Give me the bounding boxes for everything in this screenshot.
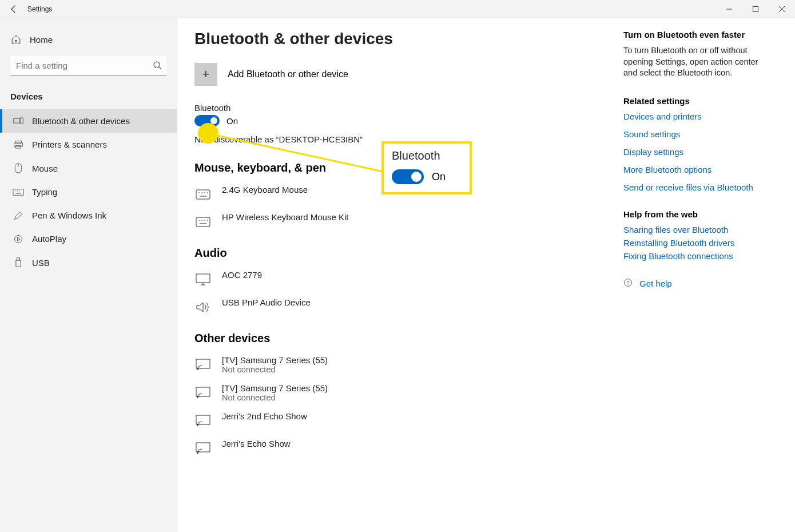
help-link[interactable]: Reinstalling Bluetooth drivers	[623, 238, 772, 248]
add-device-button[interactable]: + Add Bluetooth or other device	[194, 63, 601, 86]
device-name: 2.4G Keyboard Mouse	[222, 185, 308, 194]
annotation-callout: Bluetooth On	[381, 141, 472, 194]
help-link[interactable]: Sharing files over Bluetooth	[623, 225, 772, 235]
related-link[interactable]: Display settings	[623, 147, 772, 157]
sidebar-item-pen[interactable]: Pen & Windows Ink	[0, 204, 177, 227]
svg-rect-19	[17, 258, 20, 260]
device-name: Jerri's Echo Show	[222, 439, 291, 448]
svg-rect-10	[16, 145, 21, 148]
svg-rect-8	[15, 141, 22, 143]
svg-point-37	[197, 369, 198, 370]
help-link[interactable]: Fixing Bluetooth connections	[623, 251, 772, 261]
svg-line-5	[159, 67, 161, 69]
svg-point-18	[15, 235, 22, 243]
svg-rect-27	[196, 217, 210, 227]
sidebar-home-label: Home	[30, 35, 53, 45]
pen-icon	[13, 211, 24, 220]
search-icon	[153, 61, 162, 72]
device-row[interactable]: [TV] Samsung 7 Series (55) Not connected	[194, 379, 601, 407]
sidebar-item-label: Mouse	[32, 164, 58, 173]
cast-icon	[194, 412, 212, 430]
related-link[interactable]: More Bluetooth options	[623, 165, 772, 174]
sidebar-item-label: Typing	[32, 187, 57, 197]
device-row[interactable]: Jerri's Echo Show	[194, 434, 601, 462]
svg-point-4	[154, 62, 160, 68]
sidebar-item-mouse[interactable]: Mouse	[0, 156, 177, 180]
keyboard-icon	[194, 213, 212, 231]
sidebar-item-printers[interactable]: Printers & scanners	[0, 133, 177, 156]
svg-rect-7	[21, 118, 23, 124]
device-row[interactable]: [TV] Samsung 7 Series (55) Not connected	[194, 351, 601, 379]
keyboard-icon	[194, 186, 212, 203]
svg-rect-9	[14, 143, 23, 146]
device-name: [TV] Samsung 7 Series (55)	[222, 383, 328, 393]
monitor-icon	[194, 271, 212, 288]
bluetooth-state: On	[226, 116, 238, 126]
device-row[interactable]: USB PnP Audio Device	[194, 293, 601, 320]
plus-icon: +	[194, 63, 217, 86]
help-icon: ?	[623, 278, 633, 289]
back-button[interactable]	[0, 0, 27, 18]
minimize-button[interactable]	[716, 0, 742, 18]
svg-rect-20	[16, 260, 21, 267]
get-help-link[interactable]: ? Get help	[623, 278, 772, 289]
device-row[interactable]: AOC 2779	[194, 265, 601, 293]
mouse-icon	[13, 163, 24, 173]
main-area: Bluetooth & other devices + Add Bluetoot…	[177, 18, 795, 532]
faster-text: To turn Bluetooth on or off without open…	[623, 45, 772, 79]
svg-rect-6	[14, 118, 20, 123]
device-name: USB PnP Audio Device	[222, 297, 311, 307]
device-name: HP Wireless Keyboard Mouse Kit	[222, 212, 348, 222]
related-link[interactable]: Send or receive files via Bluetooth	[623, 182, 772, 192]
cast-icon	[194, 440, 212, 457]
svg-rect-1	[753, 6, 758, 11]
group-title: Audio	[194, 247, 601, 260]
add-device-label: Add Bluetooth or other device	[228, 69, 348, 80]
device-status: Not connected	[222, 365, 328, 374]
device-name: AOC 2779	[222, 270, 262, 280]
svg-point-43	[197, 452, 198, 454]
sidebar-item-label: USB	[32, 258, 50, 268]
cast-icon	[194, 384, 212, 402]
related-title: Related settings	[623, 96, 772, 106]
callout-state: On	[432, 171, 446, 183]
window-title: Settings	[27, 5, 52, 13]
device-status: Not connected	[222, 393, 328, 402]
callout-toggle	[392, 169, 424, 184]
device-row[interactable]: HP Wireless Keyboard Mouse Kit	[194, 208, 601, 235]
sidebar-item-label: Printers & scanners	[32, 140, 107, 149]
related-link[interactable]: Sound settings	[623, 129, 772, 139]
related-link[interactable]: Devices and printers	[623, 112, 772, 121]
sidebar-item-bluetooth[interactable]: Bluetooth & other devices	[0, 109, 177, 133]
search-box	[10, 56, 166, 76]
page-title: Bluetooth & other devices	[194, 30, 601, 48]
right-panel: Turn on Bluetooth even faster To turn Bl…	[623, 30, 772, 521]
callout-label: Bluetooth	[392, 149, 462, 162]
svg-rect-13	[13, 189, 23, 195]
sidebar: Home Devices Bluetooth & other devices	[0, 18, 177, 532]
bluetooth-label: Bluetooth	[194, 103, 601, 113]
sidebar-item-usb[interactable]: USB	[0, 251, 177, 275]
autoplay-icon	[13, 235, 24, 244]
sidebar-category: Devices	[0, 86, 177, 107]
sidebar-item-autoplay[interactable]: AutoPlay	[0, 227, 177, 251]
help-title: Help from the web	[623, 209, 772, 219]
close-button[interactable]	[769, 0, 795, 18]
device-name: [TV] Samsung 7 Series (55)	[222, 355, 328, 365]
svg-point-39	[197, 397, 198, 398]
keyboard-icon	[13, 189, 24, 196]
svg-text:?: ?	[627, 280, 630, 285]
svg-point-41	[197, 425, 198, 426]
sidebar-home[interactable]: Home	[0, 29, 177, 50]
devices-icon	[13, 117, 24, 125]
sidebar-item-typing[interactable]: Typing	[0, 180, 177, 204]
device-row[interactable]: Jerri's 2nd Echo Show	[194, 407, 601, 434]
search-input[interactable]	[10, 56, 166, 76]
sidebar-item-label: AutoPlay	[32, 234, 66, 244]
titlebar: Settings	[0, 0, 795, 18]
cast-icon	[194, 356, 212, 374]
faster-title: Turn on Bluetooth even faster	[623, 30, 772, 39]
svg-rect-21	[196, 190, 210, 199]
svg-rect-33	[196, 274, 210, 283]
maximize-button[interactable]	[742, 0, 769, 18]
